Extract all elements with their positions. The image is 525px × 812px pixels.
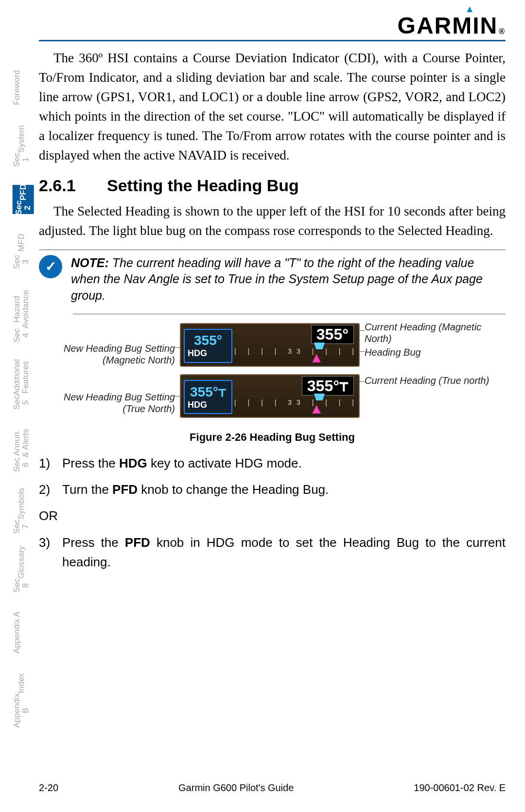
hsi-display-true: 355°ᴛ HDG 355°ᴛ | | | | 33 | | | | ▲ <box>180 374 360 418</box>
step-2: 2) Turn the PFD knob to change the Headi… <box>39 480 506 499</box>
hdg-label: HDG <box>188 400 207 410</box>
tab-appendix-b: Appendix BIndex <box>13 676 30 725</box>
hdg-value: 355° <box>194 333 222 348</box>
note-label: NOTE: <box>71 256 109 270</box>
tab-foreword: Foreword <box>13 68 21 107</box>
section-heading: 2.6.1Setting the Heading Bug <box>39 176 506 195</box>
section-tabs: Foreword Sec 1System Sec 2PFD Sec 3MFD S… <box>13 68 37 744</box>
callout-right-1: Current Heading (Magnetic North) <box>365 321 506 344</box>
callout-left-2: New Heading Bug Setting (True North) <box>53 391 175 415</box>
hdg-box-mag: 355° HDG <box>184 329 232 363</box>
section-number: 2.6.1 <box>39 176 107 195</box>
note-text: NOTE: The current heading will have a "T… <box>71 255 506 304</box>
note-check-icon: ✓ <box>39 255 62 278</box>
figure-caption: Figure 2-26 Heading Bug Setting <box>39 431 506 444</box>
registered-mark: ® <box>499 27 506 36</box>
compass-ticks: | | | | 33 | | | | <box>234 395 359 406</box>
compass-arc: | | | | 33 | | | | <box>234 343 359 366</box>
page-number: 2-20 <box>39 782 58 794</box>
step-text: Press the PFD knob in HDG mode to set th… <box>62 533 506 572</box>
callout-left-1: New Heading Bug Setting (Magnetic North) <box>53 343 175 366</box>
doc-revision: 190-00601-02 Rev. E <box>414 782 506 794</box>
note-body: The current heading will have a "T" to t… <box>71 256 483 303</box>
step-number: 2) <box>39 480 62 499</box>
steps-list: 1) Press the HDG key to activate HDG mod… <box>39 453 506 572</box>
tab-appendix-a: Appendix A <box>13 608 21 657</box>
tab-sec6: Sec 6Annun. & Alerts <box>13 428 30 472</box>
course-pointer-icon: ▲ <box>309 349 324 366</box>
section-paragraph: The Selected Heading is shown to the upp… <box>39 202 506 241</box>
figure-area: New Heading Bug Setting (Magnetic North)… <box>39 323 506 425</box>
page-footer: 2-20 Garmin G600 Pilot's Guide 190-00601… <box>39 782 506 794</box>
compass-arc: | | | | 33 | | | | <box>234 395 359 417</box>
guide-title: Garmin G600 Pilot's Guide <box>178 782 294 794</box>
step-1: 1) Press the HDG key to activate HDG mod… <box>39 453 506 473</box>
tab-sec3: Sec 3MFD <box>13 234 30 272</box>
tab-sec8: Sec 8Glossary <box>13 550 30 589</box>
intro-paragraph: The 360º HSI contains a Course Deviation… <box>39 49 506 165</box>
step-number: 3) <box>39 533 62 572</box>
logo-triangle-icon: ▲ <box>465 3 475 15</box>
section-title: Setting the Heading Bug <box>107 176 299 195</box>
tab-sec7: Sec 7Symbols <box>13 491 30 530</box>
step-text: Press the HDG key to activate HDG mode. <box>62 453 506 473</box>
tab-sec5: Sec 5Additional Features <box>13 360 30 409</box>
course-pointer-icon: ▲ <box>309 400 324 417</box>
brand-text: GARMIN <box>398 12 498 39</box>
garmin-logo: ▲ GARMIN ® <box>398 12 506 39</box>
compass-ticks: | | | | 33 | | | | <box>234 343 359 355</box>
hdg-box-true: 355°ᴛ HDG <box>184 380 232 414</box>
hsi-display-magnetic: 355° HDG 355° | | | | 33 | | | | ▲ <box>180 323 360 367</box>
callout-right-2: Heading Bug <box>365 346 421 358</box>
page-content: The 360º HSI contains a Course Deviation… <box>39 49 506 578</box>
callout-right-3: Current Heading (True north) <box>365 375 489 386</box>
step-3: 3) Press the PFD knob in HDG mode to set… <box>39 533 506 572</box>
note-divider <box>73 308 506 314</box>
heading-readout-mag: 355° <box>311 325 354 344</box>
step-text: Turn the PFD knob to change the Heading … <box>62 480 506 499</box>
heading-readout-true: 355°ᴛ <box>302 376 354 396</box>
tab-sec2: Sec 2PFD <box>13 185 34 214</box>
note-block: ✓ NOTE: The current heading will have a … <box>39 250 506 304</box>
hdg-value: 355°ᴛ <box>190 384 226 400</box>
hdg-label: HDG <box>188 348 207 359</box>
step-number: 1) <box>39 453 62 473</box>
page-header: ▲ GARMIN ® <box>39 12 506 41</box>
tab-sec4: Sec 4Hazard Avoidance <box>13 292 30 341</box>
or-separator: OR <box>39 506 506 525</box>
tab-sec1: Sec 1System <box>13 126 30 165</box>
